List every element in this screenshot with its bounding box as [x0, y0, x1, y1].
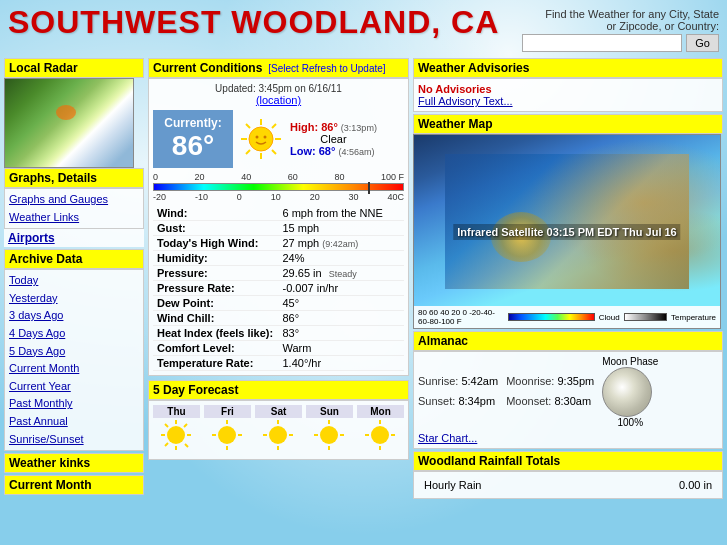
temp-label: Temperature [671, 313, 716, 322]
cloud-label: Cloud [599, 313, 620, 322]
archive-today[interactable]: Today [9, 272, 139, 290]
forecast-title: 5 Day Forecast [148, 380, 409, 400]
current-box: Currently: 86° [153, 110, 404, 168]
therm-scale-c: -20-10010203040C [153, 192, 404, 202]
forecast-sun-fri [210, 418, 245, 453]
svg-point-10 [264, 135, 267, 138]
archive-past-annual[interactable]: Past Annual [9, 413, 139, 431]
no-advisories: No Advisories [418, 83, 718, 95]
currently-block: Currently: 86° [153, 110, 233, 168]
comfort-label: Comfort Level: [153, 341, 279, 356]
graphs-gauges-link[interactable]: Graphs and Gauges [9, 191, 139, 209]
svg-line-16 [165, 424, 168, 427]
site-title: SOUTHWEST WOODLAND, CA [8, 4, 499, 41]
archive-sunrise-sunset[interactable]: Sunrise/Sunset [9, 431, 139, 449]
star-chart-link[interactable]: Star Chart... [418, 432, 477, 444]
forecast-day-name-sun: Sun [306, 405, 353, 418]
high-wind-label: Today's High Wind: [153, 236, 279, 251]
weather-map-title: Weather Map [413, 114, 723, 134]
full-advisory-link[interactable]: Full Advisory Text... [418, 95, 513, 107]
forecast-day-name-sat: Sat [255, 405, 302, 418]
temp-rate-label: Temperature Rate: [153, 356, 279, 371]
current-month-title: Current Month [4, 475, 144, 495]
sunrise-value: 5:42am [461, 375, 498, 387]
sun-icon [239, 117, 284, 162]
search-label1: Find the Weather for any City, State [522, 8, 719, 20]
windchill-label: Wind Chill: [153, 311, 279, 326]
search-input[interactable] [522, 34, 682, 52]
svg-point-0 [249, 127, 273, 151]
weather-links-link[interactable]: Weather Links [9, 209, 139, 227]
forecast-days: Thu F [153, 405, 404, 455]
star-chart-wrap: Star Chart... [418, 432, 718, 444]
svg-line-5 [246, 124, 250, 128]
archive-5days[interactable]: 5 Days Ago [9, 343, 139, 361]
svg-line-19 [165, 443, 168, 446]
heatindex-row: Heat Index (feels like): 83° [153, 326, 404, 341]
almanac-body: Sunrise: 5:42am Sunset: 8:34pm Moonrise:… [413, 351, 723, 449]
search-label2: or Zipcode, or Country: [522, 20, 719, 32]
archive-current-month[interactable]: Current Month [9, 360, 139, 378]
sidebar: Local Radar Graphs, Details Graphs and G… [4, 58, 144, 499]
archive-yesterday[interactable]: Yesterday [9, 290, 139, 308]
gust-row: Gust: 15 mph [153, 221, 404, 236]
location-link-wrap: (location) [153, 94, 404, 106]
wind-row: Wind: 6 mph from the NNE [153, 206, 404, 221]
almanac-col1: Sunrise: 5:42am Sunset: 8:34pm [418, 372, 498, 412]
almanac-title: Almanac [413, 331, 723, 351]
forecast-day-name-fri: Fri [204, 405, 251, 418]
high-wind-value: 27 mph (9:42am) [279, 236, 405, 251]
currently-label: Currently: [163, 116, 223, 130]
archive-current-year[interactable]: Current Year [9, 378, 139, 396]
conditions-header: Current Conditions [Select Refresh to Up… [148, 58, 409, 78]
forecast-day-name-mon: Mon [357, 405, 404, 418]
sunset-label: Sunset: [418, 395, 455, 407]
graphs-links: Graphs and Gauges Weather Links [4, 188, 144, 229]
moonrise-row: Moonrise: 9:35pm [506, 372, 594, 392]
moon-phase-pct: 100% [602, 417, 658, 428]
gust-value: 15 mph [279, 221, 405, 236]
high-low-block: High: 86° (3:13pm) Clear Low: 68° (4:56a… [290, 121, 377, 157]
airports-link[interactable]: Airports [4, 229, 144, 247]
main-layout: Local Radar Graphs, Details Graphs and G… [0, 56, 727, 501]
forecast-sun-thu [159, 418, 194, 453]
low-temp: Low: 68° [290, 145, 335, 157]
sunset-value: 8:34pm [458, 395, 495, 407]
archive-title: Archive Data [4, 249, 144, 269]
moonrise-label: Moonrise: [506, 375, 554, 387]
wind-value: 6 mph from the NNE [279, 206, 405, 221]
location-link[interactable]: (location) [256, 94, 301, 106]
svg-point-35 [371, 426, 389, 444]
map-legend: 80 60 40 20 0 -20-40-60-80-100 F Cloud T… [414, 306, 720, 328]
pressure-label: Pressure: [153, 266, 279, 281]
sunrise-label: Sunrise: [418, 375, 458, 387]
clear-label: Clear [290, 133, 377, 145]
moon-phase-block: Moon Phase 100% [602, 356, 658, 428]
dewpoint-row: Dew Point: 45° [153, 296, 404, 311]
almanac-col2: Moonrise: 9:35pm Moonset: 8:30am [506, 372, 594, 412]
graphs-title: Graphs, Details [4, 168, 144, 188]
search-box: Find the Weather for any City, State or … [522, 4, 719, 52]
pressure-rate-row: Pressure Rate: -0.007 in/hr [153, 281, 404, 296]
high-wind-row: Today's High Wind: 27 mph (9:42am) [153, 236, 404, 251]
windchill-value: 86° [279, 311, 405, 326]
low-time: (4:56am) [338, 147, 374, 157]
archive-3days[interactable]: 3 days Ago [9, 307, 139, 325]
forecast-sun-sun [312, 418, 347, 453]
hourly-rain-label: Hourly Rain [420, 478, 601, 492]
archive-past-monthly[interactable]: Past Monthly [9, 395, 139, 413]
moon-phase-label: Moon Phase [602, 356, 658, 367]
map-overlay-text: Infrared Satellite 03:15 PM EDT Thu Jul … [453, 224, 680, 240]
forecast-sun-sat [261, 418, 296, 453]
dewpoint-value: 45° [279, 296, 405, 311]
go-button[interactable]: Go [686, 34, 719, 52]
advisories-body: No Advisories Full Advisory Text... [413, 78, 723, 112]
almanac-grid: Sunrise: 5:42am Sunset: 8:34pm Moonrise:… [418, 356, 718, 428]
moonset-value: 8:30am [554, 395, 591, 407]
forecast-day-sun: Sun [306, 405, 353, 455]
select-refresh[interactable]: [Select Refresh to Update] [268, 63, 385, 74]
right-panel: Weather Advisories No Advisories Full Ad… [413, 58, 723, 499]
temp-gradient-bar [508, 313, 594, 321]
archive-4days[interactable]: 4 Days Ago [9, 325, 139, 343]
map-legend-text1: 80 60 40 20 0 -20-40-60-80-100 F [418, 308, 504, 326]
